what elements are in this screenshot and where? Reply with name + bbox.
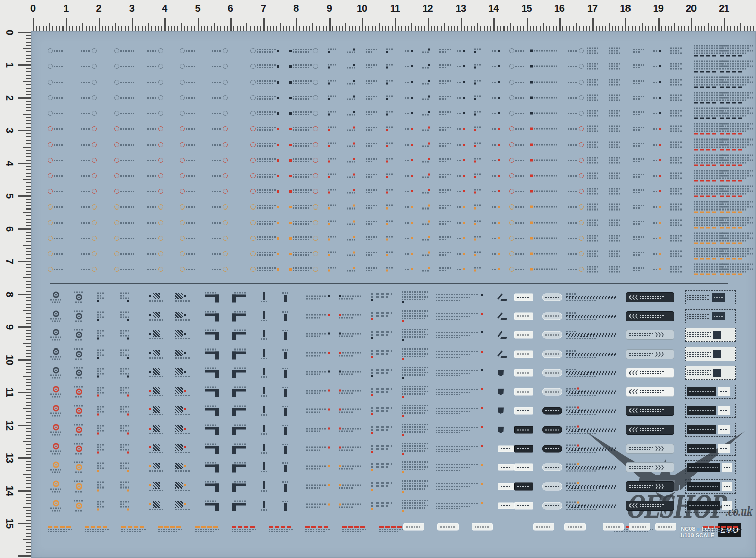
- micro-text: [149, 433, 163, 434]
- micro-text-dashed: [371, 448, 388, 450]
- micro-text-block: [97, 387, 104, 394]
- micro-text: [234, 348, 246, 350]
- micro-text: [720, 126, 749, 127]
- micro-text: [474, 174, 482, 175]
- micro-text: [282, 368, 288, 369]
- caution-decal: [439, 174, 451, 178]
- caution-decal: [436, 294, 483, 301]
- ruler-tick: [576, 23, 577, 31]
- micro-text: [640, 392, 661, 393]
- micro-text: [609, 131, 621, 132]
- circle-marker: [180, 142, 185, 147]
- micro-text: [609, 162, 621, 164]
- micro-text-block: [293, 267, 312, 271]
- micro-text-dashed: [371, 334, 388, 336]
- caution-decal: [542, 350, 562, 358]
- row: [175, 482, 190, 489]
- caution-decal: [626, 311, 674, 321]
- micro-text: [293, 129, 309, 131]
- cluster: [74, 405, 84, 416]
- micro-text: [694, 225, 720, 226]
- bullseye-center: [78, 372, 80, 374]
- caution-decal: [114, 189, 134, 194]
- accent-dash: [712, 55, 716, 57]
- mini-plate: [514, 331, 533, 339]
- row: [339, 295, 362, 297]
- ruler-tick: [26, 215, 31, 216]
- ruler-tick: [246, 23, 247, 31]
- micro-text: [609, 82, 619, 83]
- micro-text: [74, 481, 84, 482]
- micro-text: [120, 484, 125, 486]
- caution-decal: [436, 388, 483, 395]
- ruler-tick: [18, 294, 31, 295]
- accent-dash: [706, 133, 710, 135]
- caution-decal: [457, 268, 465, 270]
- hatch-square: [175, 425, 183, 432]
- cluster: [386, 189, 394, 194]
- caution-decal: [568, 64, 584, 69]
- circle-marker: [223, 126, 228, 131]
- row: [436, 407, 483, 409]
- accent-dash: [700, 180, 704, 182]
- caution-decal: [366, 221, 377, 225]
- angle-mark: [498, 350, 507, 358]
- caution-decal: [386, 267, 394, 272]
- corner-shape: [205, 313, 219, 321]
- micro-text-block: [257, 64, 276, 68]
- micro-text: [402, 331, 425, 333]
- accent-dash-row: [720, 258, 753, 260]
- caution-decal: [405, 65, 413, 67]
- cluster: [386, 64, 394, 69]
- micro-text-block: [640, 428, 664, 431]
- micro-text: [306, 431, 320, 432]
- ruler-tick: [530, 26, 531, 31]
- accent-dot: [463, 65, 465, 67]
- caution-decal: [439, 252, 451, 256]
- micro-text-block: [257, 221, 276, 225]
- bullseye-marker: [76, 332, 82, 338]
- micro-text: [306, 355, 320, 356]
- caution-decal: [366, 111, 377, 115]
- circle-marker: [114, 142, 119, 147]
- cluster: [436, 502, 483, 509]
- ruler-tick: [26, 51, 31, 52]
- accent-dot: [328, 145, 330, 147]
- chevron-arrow: [632, 314, 635, 319]
- micro-text: [587, 128, 597, 130]
- accent-dot: [428, 252, 430, 254]
- micro-text: [534, 253, 557, 255]
- caution-decal: [474, 189, 482, 194]
- ruler-tick: [372, 26, 373, 31]
- micro-text: [97, 392, 104, 394]
- micro-text: [609, 84, 621, 86]
- accent-dash-row: [720, 243, 753, 244]
- accent-dash: [720, 118, 724, 119]
- micro-text: [402, 450, 425, 452]
- row: [566, 406, 579, 408]
- circle-marker: [579, 267, 584, 272]
- ruler-label: 13: [5, 450, 15, 465]
- cluster: [386, 143, 394, 147]
- micro-text: [257, 267, 276, 269]
- accent-dash: [738, 87, 742, 88]
- accent-dot: [402, 339, 404, 341]
- ruler-tick: [52, 26, 53, 31]
- micro-text: [633, 98, 641, 100]
- angle-bar: [497, 312, 502, 318]
- micro-text: [720, 448, 727, 449]
- caution-decal: [232, 292, 246, 303]
- accent-dot: [127, 300, 129, 302]
- cluster: [232, 387, 246, 397]
- caution-decal: [114, 204, 134, 210]
- micro-text: [670, 157, 682, 159]
- micro-text: [687, 314, 710, 315]
- caution-decal: [653, 144, 661, 146]
- caution-decal: [205, 405, 219, 416]
- micro-text: [120, 449, 129, 450]
- hatch-square: [175, 406, 183, 413]
- caution-decal: [339, 465, 362, 470]
- ruler-tick: [618, 26, 619, 31]
- micro-text: [609, 63, 621, 65]
- ruler-tick: [359, 26, 360, 31]
